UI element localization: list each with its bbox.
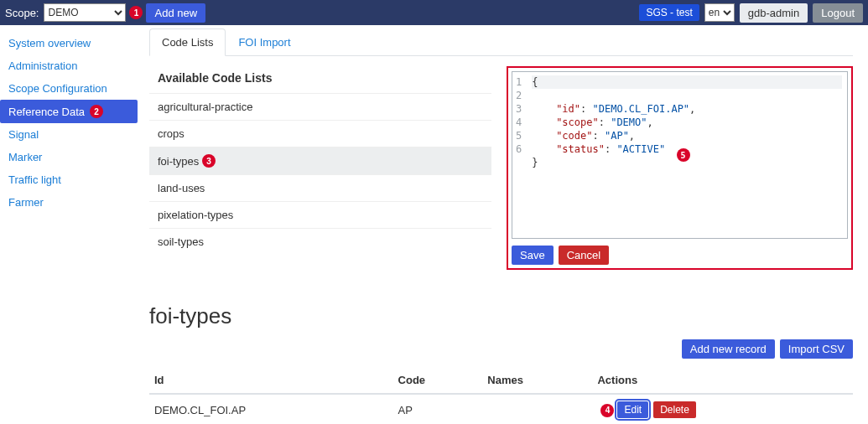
- sidebar-item-label: Reference Data: [8, 106, 85, 118]
- tabs: Code ListsFOI Import: [149, 28, 853, 56]
- code-list-item[interactable]: soil-types: [149, 228, 491, 255]
- editor-panel: 123456 { "id": "DEMO.CL_FOI.AP", "scope"…: [507, 66, 853, 270]
- sidebar-item-label: System overview: [8, 37, 91, 49]
- sidebar-item[interactable]: Administration: [0, 54, 143, 77]
- records-table: IdCodeNamesActions DEMO.CL_FOI.APAP4Edit…: [149, 367, 853, 424]
- cell-names: [482, 394, 592, 424]
- code-list-item-label: land-uses: [158, 182, 205, 194]
- cancel-button[interactable]: Cancel: [559, 246, 609, 265]
- code-list-item-label: soil-types: [158, 235, 204, 248]
- code-lists-title: Available Code Lists: [149, 66, 491, 93]
- sidebar-item-label: Administration: [8, 59, 77, 72]
- env-badge: SGS - test: [639, 4, 699, 21]
- save-button[interactable]: Save: [512, 246, 554, 265]
- topbar: Scope: DEMO 1 Add new SGS - test en gdb-…: [0, 0, 868, 25]
- delete-button[interactable]: Delete: [653, 401, 696, 418]
- sidebar-item-label: Traffic light: [8, 173, 61, 186]
- cell-actions: 4EditDelete: [592, 394, 853, 424]
- main: Code ListsFOI Import Available Code List…: [143, 25, 868, 424]
- code-list-item[interactable]: agricultural-practice: [149, 93, 491, 120]
- scope-label: Scope:: [5, 7, 39, 19]
- cell-id: DEMO.CL_FOI.AP: [149, 394, 393, 424]
- scope-select[interactable]: DEMO: [44, 3, 126, 22]
- sidebar-item[interactable]: System overview: [0, 32, 143, 54]
- code-list-item[interactable]: land-uses: [149, 174, 491, 201]
- callout-marker-3: 3: [202, 154, 216, 168]
- tab[interactable]: Code Lists: [149, 28, 226, 56]
- code-list-item[interactable]: crops: [149, 120, 491, 147]
- callout-marker-4: 4: [600, 404, 614, 417]
- json-editor[interactable]: 123456 { "id": "DEMO.CL_FOI.AP", "scope"…: [512, 71, 848, 239]
- table-row: DEMO.CL_FOI.APAP4EditDelete: [149, 394, 853, 424]
- records-heading: foi-types: [149, 303, 853, 329]
- add-new-button[interactable]: Add new: [146, 3, 205, 23]
- code-list-item-label: foi-types: [158, 155, 199, 168]
- sidebar-item[interactable]: Marker: [0, 146, 143, 168]
- add-new-record-button[interactable]: Add new record: [682, 339, 775, 359]
- cell-code: AP: [393, 394, 483, 424]
- sidebar-item[interactable]: Farmer: [0, 191, 143, 214]
- table-header: Names: [482, 367, 592, 394]
- table-header: Actions: [592, 367, 853, 394]
- code-list-item[interactable]: pixelation-types: [149, 201, 491, 228]
- sidebar-item[interactable]: Reference Data2: [0, 100, 138, 123]
- code-list-item-label: crops: [158, 127, 185, 140]
- sidebar-item[interactable]: Traffic light: [0, 168, 143, 191]
- sidebar-item-label: Marker: [8, 151, 42, 163]
- sidebar-item-label: Signal: [8, 128, 39, 141]
- callout-marker-5: 5: [677, 148, 690, 162]
- code-list-item[interactable]: foi-types3: [149, 147, 491, 174]
- logout-button[interactable]: Logout: [813, 3, 863, 23]
- table-header: Code: [393, 367, 483, 394]
- table-header: Id: [149, 367, 393, 394]
- user-label: gdb-admin: [740, 3, 808, 23]
- editor-gutter: 123456: [512, 72, 527, 238]
- callout-marker-1: 1: [129, 6, 143, 19]
- sidebar: System overviewAdministrationScope Confi…: [0, 25, 143, 424]
- tab[interactable]: FOI Import: [226, 28, 303, 56]
- code-list-item-label: agricultural-practice: [158, 101, 252, 113]
- sidebar-item-label: Farmer: [8, 196, 44, 209]
- language-select[interactable]: en: [704, 3, 735, 22]
- code-lists-panel: Available Code Lists agricultural-practi…: [149, 66, 491, 270]
- edit-button[interactable]: Edit: [617, 401, 648, 418]
- code-list-item-label: pixelation-types: [158, 209, 233, 221]
- sidebar-item[interactable]: Scope Configuration: [0, 77, 143, 100]
- callout-marker-2: 2: [90, 105, 103, 118]
- sidebar-item-label: Scope Configuration: [8, 82, 107, 95]
- sidebar-item[interactable]: Signal: [0, 123, 143, 146]
- import-csv-button[interactable]: Import CSV: [780, 339, 853, 359]
